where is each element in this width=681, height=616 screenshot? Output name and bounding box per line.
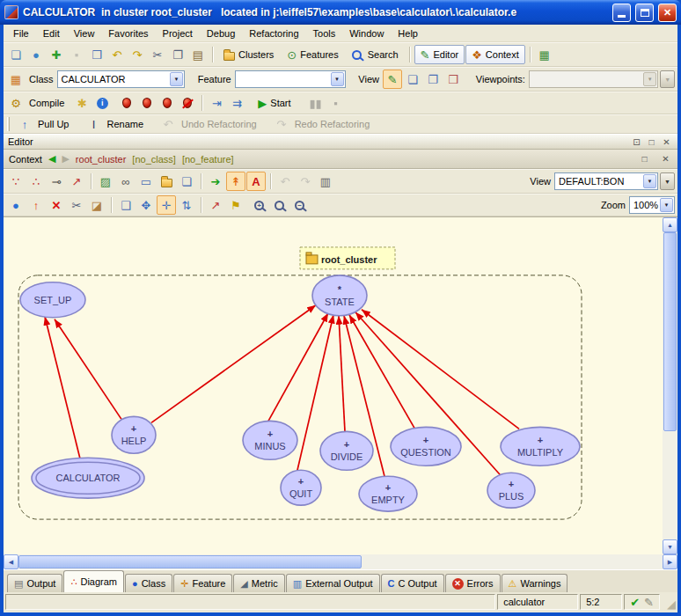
tab-c-output[interactable]: CC Output bbox=[381, 574, 444, 592]
edge-calculator-setup[interactable] bbox=[45, 317, 81, 463]
inheritance-link-icon[interactable]: ↗ bbox=[67, 172, 86, 191]
redo-icon[interactable]: ↷ bbox=[128, 45, 147, 64]
close-context-icon[interactable]: ✕ bbox=[659, 154, 672, 164]
scroll-up-icon[interactable]: ▲ bbox=[663, 217, 677, 232]
compile-icon[interactable]: ⚙ bbox=[6, 93, 26, 113]
cut-icon[interactable]: ✂ bbox=[148, 45, 167, 64]
search-button[interactable]: Search bbox=[346, 45, 405, 64]
add-item-icon[interactable]: ✚ bbox=[47, 45, 66, 64]
menu-tools[interactable]: Tools bbox=[306, 26, 343, 40]
tab-errors[interactable]: ✕Errors bbox=[445, 574, 501, 592]
rename-icon[interactable]: I bbox=[84, 114, 103, 134]
fit-window-icon[interactable]: ▭ bbox=[136, 172, 156, 191]
node-question[interactable]: +QUESTION bbox=[391, 427, 461, 466]
menu-favorites[interactable]: Favorites bbox=[101, 26, 155, 40]
chevron-down-icon[interactable]: ▼ bbox=[643, 174, 656, 188]
chevron-down-icon[interactable]: ▼ bbox=[660, 198, 673, 212]
delete-icon[interactable]: ✕ bbox=[47, 195, 66, 215]
node-set-up[interactable]: SET_UP bbox=[20, 282, 85, 318]
tab-feature[interactable]: ✛Feature bbox=[173, 574, 232, 592]
feature-combobox[interactable]: ▼ bbox=[235, 70, 346, 88]
link-icon[interactable]: ∞ bbox=[116, 172, 135, 191]
copy-icon[interactable]: ❐ bbox=[168, 45, 187, 64]
close-button[interactable]: ✕ bbox=[658, 4, 677, 22]
zoom-combobox[interactable]: 100%▼ bbox=[629, 196, 675, 214]
edge-divide-state[interactable] bbox=[339, 316, 345, 432]
diagram-view-dropdown-button[interactable]: ▼ bbox=[660, 172, 675, 190]
zoom-fit-icon[interactable] bbox=[271, 195, 290, 215]
disable-debug-icon[interactable] bbox=[178, 93, 197, 113]
ignore-breakpoints-icon[interactable]: ⇥ bbox=[207, 93, 226, 113]
menu-refactoring[interactable]: Refactoring bbox=[242, 26, 305, 40]
vertical-scroll-track[interactable] bbox=[663, 431, 677, 539]
maximize-pane-icon[interactable]: □ bbox=[645, 137, 658, 147]
text-labels-icon[interactable]: A bbox=[246, 172, 266, 191]
debug-breakpoints-icon[interactable] bbox=[157, 93, 177, 113]
layout-window-icon[interactable]: ❏ bbox=[177, 172, 196, 191]
tab-external-output[interactable]: ▥External Output bbox=[286, 574, 380, 592]
vertical-scrollbar[interactable]: ▲ ▼ bbox=[663, 217, 677, 554]
tab-output[interactable]: ▤Output bbox=[7, 574, 62, 592]
center-diagram-icon[interactable]: ✛ bbox=[157, 195, 176, 215]
resize-grip[interactable]: ◢ bbox=[662, 594, 676, 610]
melt-key-icon[interactable]: ✱ bbox=[72, 93, 92, 113]
history-forward-button[interactable]: ▶ bbox=[62, 153, 69, 165]
external-commands-icon[interactable]: ▦ bbox=[535, 45, 554, 64]
menu-view[interactable]: View bbox=[67, 26, 102, 40]
new-cluster-icon[interactable]: ∴ bbox=[26, 172, 46, 191]
start-button[interactable]: ▶Start bbox=[252, 93, 297, 113]
debug-step-icon[interactable] bbox=[137, 93, 157, 113]
node-help[interactable]: +HELP bbox=[112, 416, 156, 453]
tab-metric[interactable]: ◢Metric bbox=[233, 574, 284, 592]
go-to-result-icon[interactable]: ➔ bbox=[206, 172, 225, 191]
edge-help-state[interactable] bbox=[151, 305, 316, 423]
title-bar[interactable]: CALCULATOR in cluster root_cluster locat… bbox=[0, 0, 681, 25]
menu-edit[interactable]: Edit bbox=[36, 26, 67, 40]
menu-debug[interactable]: Debug bbox=[200, 26, 242, 40]
new-window-icon[interactable]: ❏ bbox=[6, 45, 26, 64]
chevron-down-icon[interactable]: ▼ bbox=[170, 72, 183, 86]
zoom-in-icon[interactable]: + bbox=[251, 195, 270, 215]
edge-help-setup[interactable] bbox=[55, 319, 121, 420]
toggle-grid-icon[interactable]: ❑ bbox=[116, 195, 135, 215]
features-button[interactable]: ⊙Features bbox=[281, 45, 344, 64]
horizontal-scrollbar[interactable]: ◀ ▶ bbox=[4, 554, 677, 569]
history-back-button[interactable]: ◀ bbox=[48, 153, 55, 165]
menu-help[interactable]: Help bbox=[391, 26, 425, 40]
sort-classes-icon[interactable]: ⇅ bbox=[177, 195, 196, 215]
cut-link-icon[interactable]: ✂ bbox=[67, 195, 86, 215]
horizontal-scroll-track[interactable] bbox=[362, 554, 663, 569]
scroll-left-icon[interactable]: ◀ bbox=[4, 554, 18, 569]
physics-layout-icon[interactable]: ● bbox=[6, 195, 26, 215]
context-button[interactable]: ❖Context bbox=[465, 45, 525, 64]
clusters-button[interactable]: Clusters bbox=[217, 45, 280, 64]
node-plus[interactable]: +PLUS bbox=[487, 473, 535, 508]
layout-diagram-icon[interactable]: ✥ bbox=[136, 195, 156, 215]
crop-diagram-icon[interactable]: ↟ bbox=[226, 172, 245, 191]
chevron-down-icon[interactable]: ▼ bbox=[331, 72, 344, 86]
flag-icon[interactable]: ⚑ bbox=[226, 195, 245, 215]
diagram-history-icon[interactable]: ▥ bbox=[316, 172, 335, 191]
open-project-icon[interactable]: ● bbox=[26, 45, 46, 64]
maximize-context-icon[interactable]: □ bbox=[638, 154, 651, 164]
zoom-out-icon[interactable]: − bbox=[291, 195, 311, 215]
view-flat-icon[interactable]: ❏ bbox=[403, 70, 422, 89]
minimize-button[interactable] bbox=[612, 4, 631, 22]
paste-icon[interactable]: ▤ bbox=[188, 45, 208, 64]
diagram-view-combobox[interactable]: DEFAULT:BON▼ bbox=[554, 172, 658, 190]
edge-question-state[interactable] bbox=[349, 315, 414, 429]
pull-up-icon[interactable]: ↑ bbox=[15, 114, 34, 134]
editor-button[interactable]: ✎Editor bbox=[414, 45, 465, 64]
scroll-down-icon[interactable]: ▼ bbox=[663, 539, 677, 554]
horizontal-scroll-thumb[interactable] bbox=[18, 555, 362, 568]
node-state[interactable]: *STATE bbox=[312, 275, 367, 316]
debug-run-icon[interactable] bbox=[117, 93, 136, 113]
reset-view-icon[interactable]: ↑ bbox=[26, 195, 46, 215]
node-empty[interactable]: +EMPTY bbox=[359, 476, 417, 511]
edge-multiply-state[interactable] bbox=[362, 310, 519, 429]
client-link-icon[interactable]: ⊸ bbox=[47, 172, 66, 191]
scroll-right-icon[interactable]: ▶ bbox=[663, 554, 677, 569]
relation-depth-icon[interactable]: ↗ bbox=[206, 195, 225, 215]
context-cluster-crumb[interactable]: root_cluster bbox=[76, 154, 126, 165]
node-minus[interactable]: +MINUS bbox=[243, 421, 297, 459]
